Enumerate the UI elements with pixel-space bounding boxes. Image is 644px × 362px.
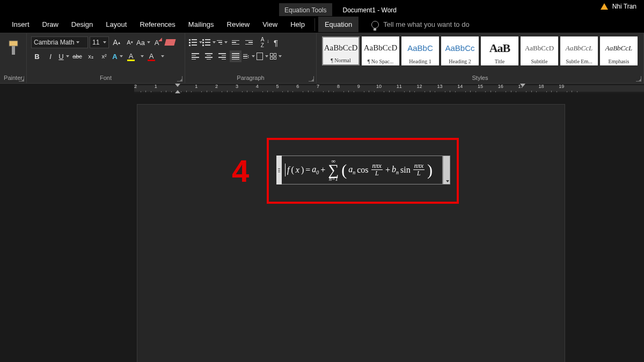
shrink-font-button[interactable]: A▾ xyxy=(124,36,136,48)
ruler-tick xyxy=(313,91,313,92)
change-case-button[interactable]: Aa xyxy=(137,36,149,48)
hanging-indent-marker[interactable] xyxy=(175,90,180,93)
clipboard-dialog-launcher[interactable] xyxy=(19,76,24,82)
bold-button[interactable]: B xyxy=(31,50,43,62)
font-name-value: Cambria Math xyxy=(34,39,74,46)
group-label-paragraph: Paragraph xyxy=(189,73,312,82)
superscript-button[interactable]: x² xyxy=(98,50,110,62)
align-right-button[interactable] xyxy=(216,50,228,62)
font-name-combo[interactable]: Cambria Math xyxy=(31,36,88,48)
chevron-down-icon[interactable] xyxy=(141,55,144,57)
show-marks-button[interactable]: ¶ xyxy=(270,36,282,48)
right-indent-marker[interactable] xyxy=(520,84,525,87)
borders-button[interactable] xyxy=(270,50,282,62)
document-canvas[interactable] xyxy=(0,94,644,362)
style-tile-subtitle[interactable]: AaBbCcDSubtitle xyxy=(521,36,558,65)
ruler-number: 7 xyxy=(317,84,319,89)
bullets-icon xyxy=(189,39,197,46)
ruler-tick xyxy=(211,91,212,92)
style-sample: AaBbCcL xyxy=(605,38,633,58)
bullets-button[interactable] xyxy=(189,36,201,48)
style-tile--normal[interactable]: AaBbCcD¶ Normal xyxy=(322,36,360,65)
tab-review[interactable]: Review xyxy=(221,17,257,32)
ruler-tick xyxy=(384,91,384,92)
highlight-button[interactable]: A xyxy=(125,50,137,62)
tab-draw[interactable]: Draw xyxy=(36,17,65,32)
warning-icon xyxy=(601,3,608,10)
ruler-tick xyxy=(186,91,187,92)
eraser-button[interactable] xyxy=(164,36,176,48)
tab-view[interactable]: View xyxy=(256,17,284,32)
ruler-tick xyxy=(267,91,268,92)
ruler-number: 1 xyxy=(195,84,197,89)
strikethrough-button[interactable]: abc xyxy=(71,50,83,62)
line-spacing-button[interactable]: ↕ xyxy=(243,50,255,62)
text-effects-button[interactable]: A xyxy=(112,50,123,62)
ruler-tick xyxy=(389,91,390,92)
tab-design[interactable]: Design xyxy=(65,17,99,32)
user-badge[interactable]: Nhi Tran xyxy=(601,3,636,10)
tab-mailings[interactable]: Mailings xyxy=(182,17,221,32)
font-color-button[interactable]: A xyxy=(145,50,157,62)
format-painter-icon[interactable] xyxy=(7,40,20,57)
ruler-tick xyxy=(191,91,192,92)
outdent-icon xyxy=(232,40,239,45)
style-tile-subtle-em-[interactable]: AaBbCcLSubtle Em... xyxy=(560,36,598,65)
tab-layout[interactable]: Layout xyxy=(99,17,133,32)
document-name: Document1 xyxy=(343,6,376,14)
style-tile-heading-1[interactable]: AaBbCHeading 1 xyxy=(401,36,439,65)
numbering-button[interactable] xyxy=(203,36,215,48)
paragraph-dialog-launcher[interactable] xyxy=(309,76,314,82)
ruler-number: 15 xyxy=(478,84,483,89)
ruler-tick xyxy=(242,91,243,92)
ruler-tick xyxy=(364,91,364,92)
ruler-number: 9 xyxy=(357,84,360,89)
ruler-tick xyxy=(394,91,394,92)
first-line-indent-marker[interactable] xyxy=(175,84,180,87)
ribbon-tabs: Insert Draw Design Layout References Mai… xyxy=(0,16,644,33)
chevron-down-icon xyxy=(279,55,282,57)
chevron-down-icon[interactable] xyxy=(161,55,164,57)
style-tile-emphasis[interactable]: AaBbCcLEmphasis xyxy=(600,36,638,65)
justify-button[interactable] xyxy=(230,50,241,62)
tab-references[interactable]: References xyxy=(133,17,181,32)
tab-help[interactable]: Help xyxy=(284,17,311,32)
group-paragraph: AZ↓ ¶ ↕ Paragraph xyxy=(185,33,317,83)
style-tile--no-spac-[interactable]: AaBbCcD¶ No Spac... xyxy=(362,36,399,65)
font-size-combo[interactable]: 11 xyxy=(90,36,109,48)
ruler-number: 1 xyxy=(155,84,157,89)
shading-button[interactable] xyxy=(257,50,268,62)
ruler-tick xyxy=(435,91,435,92)
clear-formatting-button[interactable]: A◢ xyxy=(151,36,163,48)
group-clipboard: Painter xyxy=(0,33,27,83)
tell-me-search[interactable]: Tell me what you want to do xyxy=(371,20,469,28)
ruler-tick xyxy=(465,91,466,92)
font-dialog-launcher[interactable] xyxy=(177,76,182,82)
align-center-icon xyxy=(205,53,213,60)
sort-button[interactable]: AZ↓ xyxy=(257,36,268,48)
ruler-number: 6 xyxy=(296,84,299,89)
subscript-button[interactable]: x₂ xyxy=(85,50,97,62)
chevron-down-icon xyxy=(120,55,123,57)
italic-button[interactable]: I xyxy=(45,50,56,62)
styles-dialog-launcher[interactable] xyxy=(636,76,641,82)
style-sample: AaBbCcD xyxy=(525,38,554,58)
increase-indent-button[interactable] xyxy=(243,36,255,48)
annotation-number: 4 xyxy=(232,153,249,189)
align-left-button[interactable] xyxy=(189,50,201,62)
style-name-label: Emphasis xyxy=(609,58,630,64)
style-tile-title[interactable]: AaBTitle xyxy=(481,36,518,65)
grow-font-button[interactable]: A▴ xyxy=(111,36,122,48)
ruler-tick xyxy=(303,91,303,92)
ruler-tick xyxy=(369,91,369,92)
tab-equation[interactable]: Equation xyxy=(318,17,358,32)
tab-insert[interactable]: Insert xyxy=(5,17,36,32)
align-center-button[interactable] xyxy=(203,50,215,62)
underline-button[interactable]: U xyxy=(58,50,70,62)
style-sample: AaBbCcD xyxy=(364,38,398,58)
annotation-highlight-box xyxy=(267,138,459,204)
style-tile-heading-2[interactable]: AaBbCcHeading 2 xyxy=(441,36,479,65)
decrease-indent-button[interactable] xyxy=(230,36,241,48)
horizontal-ruler[interactable]: 2112345678910111213141516171819 xyxy=(134,84,644,93)
multilevel-list-button[interactable] xyxy=(216,36,228,48)
